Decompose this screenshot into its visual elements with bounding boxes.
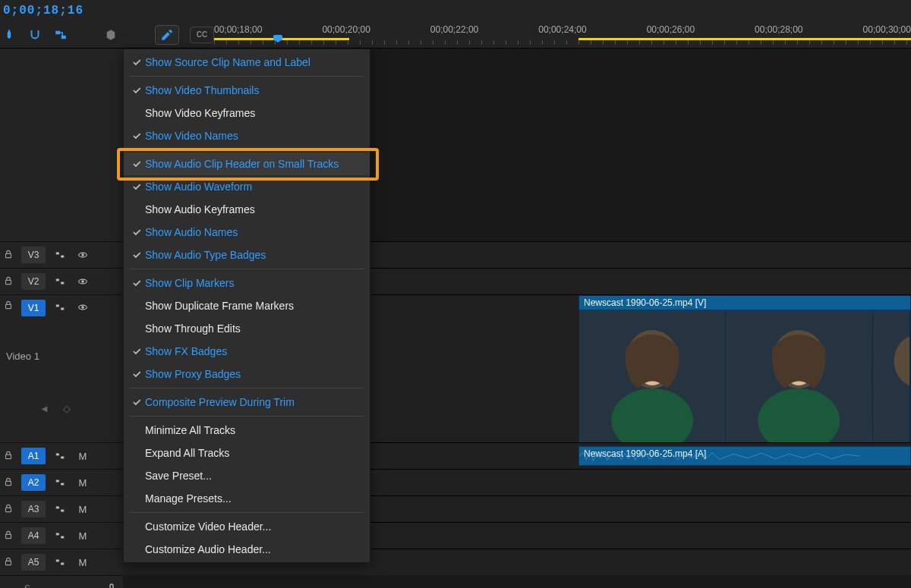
menu-item[interactable]: Show Audio Clip Header on Small Tracks: [124, 153, 370, 175]
menu-item[interactable]: Show Audio Keyframes: [124, 198, 370, 221]
menu-item-label: Customize Video Header...: [145, 520, 361, 533]
lock-icon[interactable]: [3, 300, 15, 313]
lock-icon[interactable]: [3, 275, 15, 288]
menu-item[interactable]: Composite Preview During Trim: [124, 391, 370, 413]
track-id-label[interactable]: A3: [21, 501, 46, 517]
toggle-track-output-icon[interactable]: [74, 300, 91, 315]
track-id-label[interactable]: A2: [21, 474, 46, 491]
menu-item[interactable]: Show FX Badges: [124, 340, 370, 363]
svg-rect-7: [6, 280, 11, 284]
menu-item[interactable]: Save Preset...: [124, 464, 370, 487]
toggle-sync-lock-icon[interactable]: [52, 448, 68, 464]
menu-item-label: Show Source Clip Name and Label: [145, 56, 361, 68]
timeline-display-settings-button[interactable]: [155, 25, 179, 45]
mute-button[interactable]: M: [74, 448, 91, 464]
timecode-display[interactable]: 0;00;18;16: [3, 4, 84, 17]
menu-item[interactable]: Show Video Keyframes: [124, 102, 370, 124]
ruler-label: 00;00;20;00: [322, 24, 370, 35]
mute-button[interactable]: M: [74, 475, 91, 490]
toggle-track-output-icon[interactable]: [74, 247, 91, 263]
audio-track-header[interactable]: A1 M: [0, 442, 123, 469]
svg-rect-21: [56, 480, 59, 483]
menu-item[interactable]: Show Duplicate Frame Markers: [124, 294, 370, 317]
menu-item[interactable]: Show Source Clip Name and Label: [124, 51, 370, 74]
check-icon: [128, 250, 145, 260]
toggle-sync-lock-icon[interactable]: [52, 555, 68, 570]
menu-item[interactable]: Show Audio Names: [124, 221, 370, 244]
playhead[interactable]: [273, 35, 282, 47]
check-icon: [128, 130, 145, 141]
menu-item[interactable]: Show Audio Type Badges: [124, 244, 370, 266]
svg-rect-28: [61, 536, 64, 539]
video-track-header[interactable]: V2: [0, 268, 123, 294]
video-clip[interactable]: Newscast 1990-06-25.mp4 [V]: [578, 295, 911, 443]
menu-item[interactable]: Show Video Names: [124, 124, 370, 147]
svg-rect-2: [6, 253, 11, 257]
menu-item-label: Show Proxy Badges: [145, 368, 361, 380]
lock-icon[interactable]: [3, 530, 15, 542]
track-id-label[interactable]: V1: [21, 300, 46, 316]
menu-item-label: Save Preset...: [145, 470, 361, 482]
menu-item[interactable]: Expand All Tracks: [124, 442, 370, 464]
menu-item[interactable]: Minimize All Tracks: [124, 419, 370, 442]
audio-track-header[interactable]: A4 M: [0, 522, 123, 549]
mute-button[interactable]: M: [74, 502, 91, 517]
toggle-sync-lock-icon[interactable]: [52, 274, 68, 289]
menu-item[interactable]: Show Clip Markers: [124, 272, 370, 294]
lock-icon[interactable]: [3, 476, 15, 489]
svg-point-11: [82, 281, 84, 282]
track-id-label[interactable]: V3: [21, 247, 46, 263]
menu-item-label: Show Video Names: [145, 130, 361, 142]
time-ruler[interactable]: 00;00;18;0000;00;20;0000;00;22;0000;00;2…: [214, 21, 911, 49]
mute-button[interactable]: M: [74, 528, 91, 543]
snap-icon[interactable]: [27, 27, 43, 42]
track-id-label[interactable]: A1: [21, 448, 46, 464]
menu-item-label: Composite Preview During Trim: [145, 396, 361, 408]
toggle-track-output-icon[interactable]: [74, 274, 91, 289]
track-id-label[interactable]: A5: [21, 554, 46, 571]
audio-clip[interactable]: Newscast 1990-06-25.mp4 [A]: [578, 446, 911, 466]
menu-item-label: Minimize All Tracks: [145, 424, 361, 436]
ruler-label: 00;00;30;00: [863, 24, 911, 35]
toggle-sync-lock-icon[interactable]: [52, 528, 68, 543]
add-marker-icon[interactable]: [2, 27, 17, 42]
lock-icon[interactable]: [3, 556, 15, 569]
video-track-header[interactable]: V1 Video 1◄◇: [0, 294, 123, 442]
svg-rect-12: [6, 304, 11, 308]
track-id-label[interactable]: A4: [21, 527, 46, 544]
prev-keyframe-icon[interactable]: ◄: [39, 403, 49, 414]
check-icon: [128, 397, 145, 407]
linked-selection-icon[interactable]: [53, 27, 68, 42]
menu-item[interactable]: Manage Presets...: [124, 487, 370, 510]
menu-item[interactable]: Show Proxy Badges: [124, 363, 370, 385]
toggle-sync-lock-icon[interactable]: [52, 502, 68, 517]
toggle-sync-lock-icon[interactable]: [52, 300, 68, 315]
video-track-header[interactable]: V3: [0, 241, 123, 268]
svg-rect-20: [6, 481, 11, 485]
ruler-label: 00;00;18;00: [214, 24, 262, 35]
closed-captions-button[interactable]: CC: [190, 27, 214, 43]
track-id-label[interactable]: V2: [21, 273, 46, 290]
mute-button[interactable]: M: [74, 555, 91, 570]
menu-item[interactable]: Customize Video Header...: [124, 515, 370, 538]
audio-track-header[interactable]: A3 M: [0, 495, 123, 522]
track-name-label: Video 1: [3, 351, 120, 362]
audio-track-header[interactable]: A2 M: [0, 469, 123, 495]
keyframe-diamond-icon[interactable]: ◇: [63, 403, 71, 414]
solo-button[interactable]: S: [21, 583, 30, 588]
svg-rect-4: [61, 256, 64, 258]
clip-thumbnail: [873, 311, 910, 442]
marker-icon[interactable]: [103, 27, 118, 42]
menu-item[interactable]: Customize Audio Header...: [124, 538, 370, 561]
lock-icon[interactable]: [3, 249, 15, 262]
menu-item-label: Show Audio Type Badges: [145, 249, 361, 261]
toggle-sync-lock-icon[interactable]: [52, 247, 68, 263]
lock-icon[interactable]: [3, 503, 15, 516]
menu-item[interactable]: Show Audio Waveform: [124, 175, 370, 198]
menu-item[interactable]: Show Video Thumbnails: [124, 79, 370, 102]
lock-icon[interactable]: [3, 450, 15, 463]
toggle-sync-lock-icon[interactable]: [52, 475, 68, 490]
voice-over-record-icon[interactable]: [103, 581, 120, 588]
menu-item[interactable]: Show Through Edits: [124, 317, 370, 340]
audio-track-header[interactable]: A5 M: [0, 549, 123, 575]
